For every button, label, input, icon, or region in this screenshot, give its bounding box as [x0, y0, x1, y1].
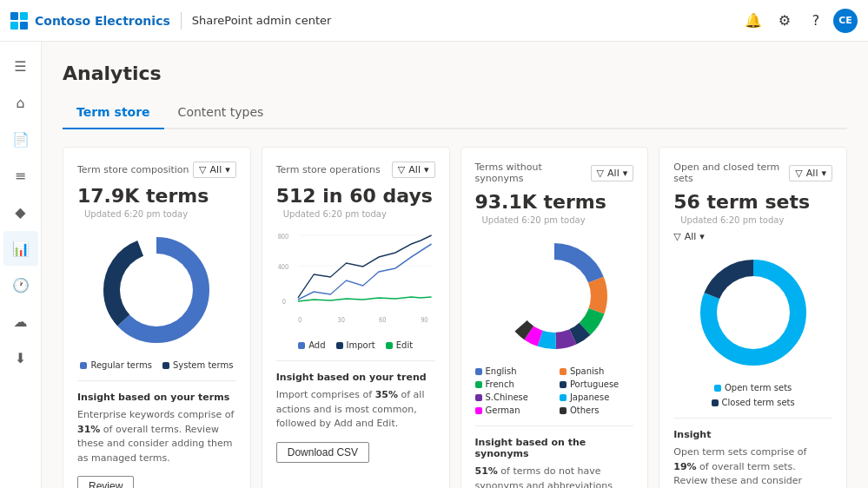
- svg-text:90: 90: [421, 315, 428, 324]
- line-chart-svg: 800 400 0 0 30 60 90: [276, 227, 435, 331]
- legend-label-add: Add: [308, 340, 325, 350]
- brand-name: Contoso Electronics: [35, 14, 170, 28]
- legend-item-german: German: [475, 406, 549, 415]
- legend-item-closed: Closed term sets: [712, 398, 795, 407]
- insight-title-4: Insight: [673, 429, 832, 440]
- settings-icon[interactable]: ⚙: [771, 7, 798, 35]
- sites-nav-item[interactable]: ◆: [3, 195, 38, 229]
- svg-text:0: 0: [282, 297, 286, 306]
- chevron-down-icon-4: ▾: [821, 168, 826, 179]
- filter-icon-4b: ▽: [673, 231, 680, 242]
- topbar-actions: 🔔 ⚙ ? CE: [739, 7, 858, 35]
- filter-btn-4[interactable]: ▽ All ▾: [789, 165, 832, 181]
- pages-nav-item[interactable]: 📄: [3, 122, 38, 156]
- app-logo: Contoso Electronics: [10, 12, 170, 30]
- card-header-1: Term store composition ▽ All ▾: [77, 162, 236, 178]
- filter-icon-4: ▽: [795, 168, 802, 179]
- chevron-down-icon-1: ▾: [225, 164, 230, 175]
- chevron-down-icon-2: ▾: [424, 164, 429, 175]
- insight-title-2: Insight based on your trend: [276, 372, 435, 383]
- filter-btn-3[interactable]: ▽ All ▾: [591, 165, 634, 181]
- chevron-down-icon-3: ▾: [623, 168, 628, 179]
- legend-color-regular: [80, 362, 87, 369]
- card-term-store-composition: Term store composition ▽ All ▾ 17.9K ter…: [63, 147, 251, 488]
- home-nav-item[interactable]: ⌂: [3, 85, 38, 120]
- card-header-3: Terms without synonyms ▽ All ▾: [475, 162, 634, 184]
- legend-1: Regular terms System terms: [77, 360, 236, 370]
- avatar[interactable]: CE: [833, 9, 858, 33]
- legend-item-spanish: Spanish: [560, 366, 633, 376]
- svg-point-2: [120, 254, 193, 326]
- svg-text:30: 30: [337, 315, 345, 324]
- filter-label-4: All: [806, 168, 818, 179]
- metric-2: 512 in 60 days Updated 6:20 pm today: [276, 185, 435, 220]
- legend-3: English Spanish French Portuguese S.Chin…: [475, 366, 634, 415]
- card-title-1: Term store composition: [77, 164, 189, 175]
- legend-item-others: Others: [560, 406, 633, 415]
- legend-label-import: Import: [347, 340, 375, 350]
- legend-item-regular: Regular terms: [80, 360, 152, 370]
- legend-label-system: System terms: [173, 360, 233, 370]
- insight-text-2: Import comprises of 35% of all actions a…: [276, 388, 435, 432]
- topbar-divider: [181, 12, 182, 30]
- filter-icon-1: ▽: [199, 164, 206, 175]
- list-nav-item[interactable]: ≡: [3, 158, 38, 193]
- filter-label-2: All: [408, 164, 421, 175]
- donut-chart-4: [673, 256, 832, 369]
- filter-icon-3: ▽: [597, 168, 604, 179]
- legend-item-import: Import: [336, 340, 375, 350]
- line-chart-container: 800 400 0 0 30 60 90: [276, 220, 435, 333]
- filter-btn-2[interactable]: ▽ All ▾: [392, 162, 435, 178]
- tab-term-store[interactable]: Term store: [63, 98, 164, 129]
- card-open-closed-term-sets: Open and closed term sets ▽ All ▾ 56 ter…: [659, 147, 847, 488]
- cloud-nav-item[interactable]: ☁: [3, 304, 38, 339]
- svg-point-21: [518, 260, 591, 333]
- legend-item-japanese: Japanese: [560, 392, 633, 402]
- download-csv-button[interactable]: Download CSV: [276, 442, 369, 463]
- history-nav-item[interactable]: 🕐: [3, 267, 38, 302]
- metric-3: 93.1K terms Updated 6:20 pm today: [475, 191, 634, 226]
- tab-bar: Term store Content types: [63, 98, 847, 129]
- legend-item-schinese: S.Chinese: [475, 392, 549, 402]
- filter-label-1: All: [210, 164, 222, 175]
- svg-text:400: 400: [277, 262, 288, 271]
- svg-point-24: [717, 276, 790, 349]
- legend-item-portuguese: Portuguese: [560, 379, 633, 389]
- card-title-4: Open and closed term sets: [673, 162, 789, 184]
- card-title-2: Term store operations: [276, 164, 381, 175]
- tab-content-types[interactable]: Content types: [164, 98, 278, 129]
- topbar: Contoso Electronics SharePoint admin cen…: [0, 0, 868, 42]
- filter-label-4b: All: [685, 231, 697, 242]
- card-title-3: Terms without synonyms: [475, 162, 591, 184]
- legend-color-import: [336, 342, 343, 349]
- insight-text-1: Enterprise keywords comprise of 31% of o…: [77, 408, 236, 465]
- svg-text:800: 800: [277, 232, 288, 241]
- legend-item-system: System terms: [162, 360, 233, 370]
- logo-grid-icon: [10, 12, 28, 30]
- legend-item-open: Open term sets: [714, 383, 792, 392]
- card-header-2: Term store operations ▽ All ▾: [276, 162, 435, 178]
- insight-text-4: Open term sets comprise of 19% of overal…: [673, 445, 832, 488]
- help-icon[interactable]: ?: [802, 7, 830, 35]
- second-filter-4[interactable]: ▽ All ▾: [673, 231, 832, 242]
- chevron-down-icon-4b: ▾: [699, 231, 705, 242]
- legend-color-add: [298, 342, 305, 349]
- card-header-4: Open and closed term sets ▽ All ▾: [673, 162, 832, 184]
- cards-grid: Term store composition ▽ All ▾ 17.9K ter…: [63, 147, 847, 488]
- legend-color-system: [162, 362, 169, 369]
- legend-color-edit: [386, 342, 393, 349]
- filter-label-3: All: [607, 168, 620, 179]
- legend-item-french: French: [475, 379, 549, 389]
- notification-icon[interactable]: 🔔: [739, 7, 767, 35]
- analytics-nav-item[interactable]: 📊: [3, 231, 38, 266]
- insight-title-1: Insight based on your terms: [77, 392, 236, 403]
- metric-4: 56 term sets Updated 6:20 pm today: [673, 191, 832, 226]
- donut-chart-3: [475, 240, 634, 353]
- filter-btn-1[interactable]: ▽ All ▾: [193, 162, 236, 178]
- download-nav-item[interactable]: ⬇: [3, 340, 38, 375]
- app-name: SharePoint admin center: [192, 14, 332, 27]
- hamburger-menu-button[interactable]: ☰: [3, 49, 38, 83]
- filter-icon-2: ▽: [398, 164, 405, 175]
- review-button-1[interactable]: Review: [77, 476, 134, 488]
- legend-label-edit: Edit: [396, 340, 413, 350]
